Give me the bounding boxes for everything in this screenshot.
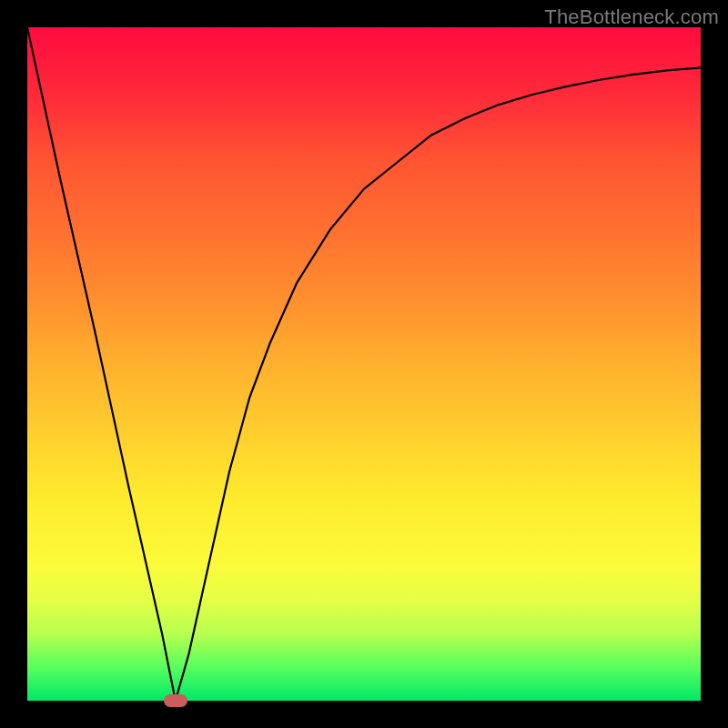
plot-area	[27, 27, 701, 701]
curve-path	[27, 27, 701, 701]
chart-frame: TheBottleneck.com	[0, 0, 728, 728]
watermark-text: TheBottleneck.com	[544, 5, 719, 29]
bottleneck-curve	[27, 27, 701, 701]
minimum-marker	[164, 694, 187, 707]
